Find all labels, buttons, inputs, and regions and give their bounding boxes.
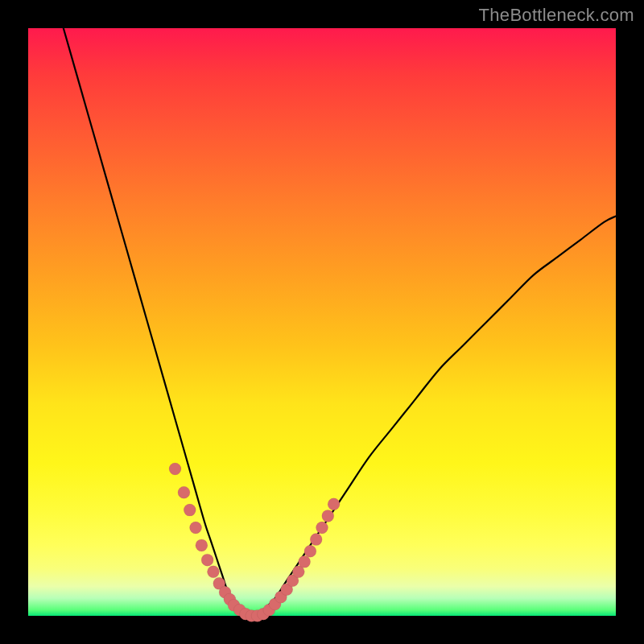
- highlight-dot: [316, 522, 328, 534]
- chart-svg: [28, 28, 616, 616]
- highlight-dot: [196, 539, 208, 551]
- highlight-dot: [299, 555, 311, 568]
- chart-gradient-area: [28, 28, 616, 616]
- highlight-dot: [201, 554, 213, 566]
- highlight-dot: [207, 566, 219, 578]
- highlight-dot: [304, 545, 316, 557]
- highlight-dot: [310, 534, 322, 546]
- highlight-dot: [178, 486, 190, 498]
- highlight-dot: [190, 522, 202, 534]
- highlight-dot: [322, 510, 334, 522]
- highlight-dot: [328, 498, 340, 510]
- bottleneck-curve: [64, 28, 616, 617]
- watermark-text: TheBottleneck.com: [479, 5, 634, 26]
- highlight-dot: [169, 463, 181, 475]
- highlight-dot: [184, 504, 196, 516]
